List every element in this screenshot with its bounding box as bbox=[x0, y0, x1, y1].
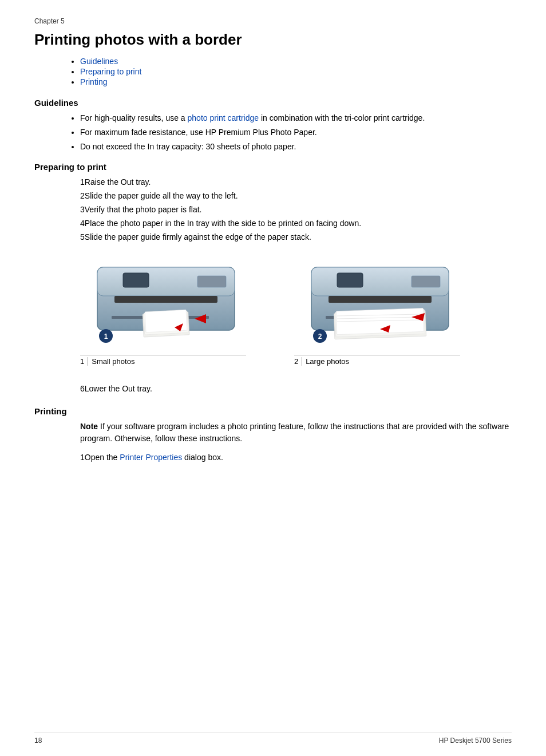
printing-heading: Printing bbox=[34, 406, 512, 416]
step-6-list: 6Lower the Out tray. bbox=[34, 383, 512, 395]
step-1: 1Raise the Out tray. bbox=[34, 176, 512, 188]
footer-product-name: HP Deskjet 5700 Series bbox=[439, 737, 512, 745]
svg-rect-3 bbox=[123, 273, 149, 287]
step-4: 4Place the photo paper in the In tray wi… bbox=[34, 217, 512, 229]
photo-cartridge-link[interactable]: photo print cartridge bbox=[188, 113, 259, 122]
guideline-item-3: Do not exceed the In tray capacity: 30 s… bbox=[80, 141, 512, 153]
guideline-item-1: For high-quality results, use a photo pr… bbox=[80, 112, 512, 124]
svg-rect-17 bbox=[412, 276, 440, 287]
figure-1-caption: 1 Small photos bbox=[80, 355, 246, 366]
printing-step-1: 1 Open the Printer Properties dialog box… bbox=[34, 452, 512, 464]
guideline-item-2: For maximum fade resistance, use HP Prem… bbox=[80, 126, 512, 138]
svg-rect-16 bbox=[337, 273, 363, 287]
step-6: 6Lower the Out tray. bbox=[34, 383, 512, 395]
figure-2: 2 2 Large photos bbox=[294, 262, 460, 366]
toc-list: Guidelines Preparing to print Printing bbox=[34, 57, 512, 86]
printer-image-2: 2 bbox=[294, 262, 460, 353]
step-3: 3Verify that the photo paper is flat. bbox=[34, 204, 512, 216]
toc-item-preparing[interactable]: Preparing to print bbox=[80, 67, 512, 76]
figure-1: 1 1 Small photos bbox=[80, 262, 246, 366]
toc-link-guidelines[interactable]: Guidelines bbox=[80, 57, 118, 66]
toc-link-preparing[interactable]: Preparing to print bbox=[80, 67, 141, 76]
figure-2-caption: 2 Large photos bbox=[294, 355, 460, 366]
svg-rect-15 bbox=[329, 296, 432, 303]
printer-image-1: 1 bbox=[80, 262, 246, 353]
preparing-steps: 1Raise the Out tray. 2Slide the paper gu… bbox=[34, 176, 512, 243]
toc-item-guidelines[interactable]: Guidelines bbox=[80, 57, 512, 66]
note-block: Note If your software program includes a… bbox=[80, 421, 512, 445]
page-title: Printing photos with a border bbox=[34, 31, 512, 49]
guidelines-list: For high-quality results, use a photo pr… bbox=[34, 112, 512, 153]
svg-rect-4 bbox=[197, 276, 226, 287]
printer-properties-link[interactable]: Printer Properties bbox=[120, 453, 182, 462]
svg-rect-2 bbox=[114, 296, 217, 303]
preparing-heading: Preparing to print bbox=[34, 162, 512, 172]
toc-item-printing[interactable]: Printing bbox=[80, 77, 512, 86]
footer: 18 HP Deskjet 5700 Series bbox=[34, 733, 512, 745]
guidelines-heading: Guidelines bbox=[34, 98, 512, 108]
printing-steps: 1 Open the Printer Properties dialog box… bbox=[34, 452, 512, 464]
step-5: 5Slide the paper guide firmly against th… bbox=[34, 231, 512, 243]
chapter-label: Chapter 5 bbox=[34, 17, 512, 25]
footer-page-number: 18 bbox=[34, 737, 42, 745]
step-2: 2Slide the paper guide all the way to th… bbox=[34, 190, 512, 202]
svg-text:2: 2 bbox=[318, 333, 322, 341]
toc-link-printing[interactable]: Printing bbox=[80, 77, 107, 86]
svg-text:1: 1 bbox=[104, 333, 108, 341]
